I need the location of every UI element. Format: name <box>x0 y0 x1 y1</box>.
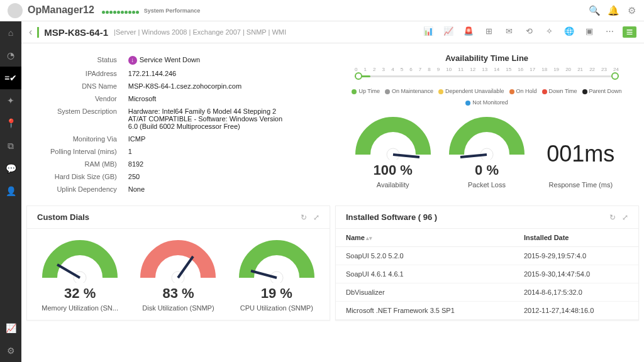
product-name: OpManager12 <box>28 4 94 15</box>
chart-line-icon[interactable]: 📈 <box>441 26 455 38</box>
value-vendor: Microsoft <box>128 92 292 105</box>
topbar: OpManager12 System Performance 🔍 🔔 ⚙ <box>0 0 644 21</box>
timeline-ticks: 0123456789101112131415161718192021222324 <box>355 67 619 72</box>
cell-name: Microsoft .NET Framework 3.5 SP1 <box>336 302 514 320</box>
value-monvia: ICMP <box>128 133 292 145</box>
nav-chat-icon[interactable]: 💬 <box>0 157 21 180</box>
legend-up: Up Time <box>352 88 380 94</box>
dial-item: 19 %CPU Utilization (SNMP) <box>230 239 324 312</box>
nav-network-icon[interactable]: ⧉ <box>0 134 21 157</box>
chart-bar-icon[interactable]: 📊 <box>421 26 435 38</box>
gauge-packetloss: 0 % Packet Loss <box>440 116 533 189</box>
nav-dashboard-icon[interactable]: ◔ <box>0 44 21 67</box>
label-monvia: Monitoring Via <box>50 133 128 145</box>
search-icon[interactable]: 🔍 <box>589 5 599 16</box>
product-title: OpManager12 System Performance <box>28 4 200 16</box>
nav-user-icon[interactable]: 👤 <box>0 180 21 202</box>
nav-alerts-icon[interactable]: ✦ <box>0 89 21 112</box>
dial-label: Memory Utilization (SN... <box>33 304 127 312</box>
timeline-track <box>355 75 619 77</box>
cell-name: SoapUI 5.2.0 5.2.0 <box>336 247 514 265</box>
nav-location-icon[interactable]: 📍 <box>0 112 21 134</box>
col-name[interactable]: Name▴▾ <box>336 229 514 247</box>
dial-label: CPU Utilization (SNMP) <box>230 304 324 312</box>
nav-gear-icon[interactable]: ⚙ <box>0 339 21 362</box>
label-status: Status <box>50 53 128 67</box>
gauge-response-value: 001ms <box>534 141 628 167</box>
nav-reports-icon[interactable]: 📈 <box>0 317 21 339</box>
product-sub: System Performance <box>144 8 201 14</box>
legend-dep: Dependent Unavailable <box>438 88 504 94</box>
timeline-knob-end[interactable] <box>611 72 619 80</box>
dials-row: 32 %Memory Utilization (SN...83 %Disk Ut… <box>27 229 330 318</box>
dial-arc <box>140 239 216 283</box>
installed-software-pane: Installed Software ( 96 ) ↻ ⤢ Name▴▾ Ins… <box>335 206 639 321</box>
cell-name: SoapUI 4.6.1 4.6.1 <box>336 265 514 283</box>
gauge-availability: 100 % Availability <box>346 116 440 189</box>
label-poll: Polling Interval (mins) <box>50 145 128 158</box>
cell-date: 2015-9-30,14:47:54.0 <box>514 265 638 283</box>
node-icon[interactable]: ⊞ <box>482 26 496 38</box>
globe-icon[interactable]: 🌐 <box>562 26 576 38</box>
avatar[interactable] <box>8 3 23 18</box>
cell-date: 2014-8-6,17:5:32.0 <box>514 283 638 302</box>
mail-icon[interactable]: ✉ <box>502 26 516 38</box>
nav-home-icon[interactable]: ⌂ <box>0 21 21 44</box>
health-dots-icon <box>102 5 140 16</box>
legend-maint: On Maintenance <box>385 88 433 94</box>
expand-icon[interactable]: ⤢ <box>313 213 319 222</box>
table-row[interactable]: SoapUI 5.2.0 5.2.02015-9-29,19:57:4.0 <box>336 247 638 265</box>
refresh-icon[interactable]: ↻ <box>609 213 616 222</box>
installed-software-actions: ↻ ⤢ <box>609 213 628 222</box>
gauges-row: 100 % Availability 0 % Packet Loss 001ms… <box>346 116 628 189</box>
back-button[interactable]: ‹ <box>29 26 32 38</box>
dial-label: Disk Utilization (SNMP) <box>131 304 225 312</box>
content-bottom: Custom Dials ↻ ⤢ 32 %Memory Utilization … <box>21 206 644 321</box>
sort-icon: ▴▾ <box>366 235 372 241</box>
link-icon[interactable]: ⟲ <box>522 26 536 38</box>
legend-parent: Parent Down <box>582 88 622 94</box>
value-ram: 8192 <box>128 158 292 170</box>
menu-button[interactable]: ≡ <box>623 26 636 38</box>
gauge-packetloss-label: Packet Loss <box>440 181 533 189</box>
legend-down: Down Time <box>542 88 577 94</box>
bell-icon[interactable]: 🔔 <box>608 5 618 16</box>
terminal-icon[interactable]: ▣ <box>582 26 596 38</box>
cell-date: 2012-11-27,14:48:16.0 <box>514 302 638 320</box>
installed-software-head: Installed Software ( 96 ) ↻ ⤢ <box>336 206 638 229</box>
col-date[interactable]: Installed Date <box>514 229 638 247</box>
dial-arc <box>42 239 118 283</box>
main: ‹ MSP-K8S-64-1 |Server | Windows 2008 | … <box>21 21 644 362</box>
refresh-icon[interactable]: ↻ <box>301 213 307 222</box>
status-down-icon: ↓ <box>128 56 137 65</box>
crumb-actions: 📊 📈 🚨 ⊞ ✉ ⟲ ✧ 🌐 ▣ ⋯ ≡ <box>421 26 636 38</box>
dial-item: 83 %Disk Utilization (SNMP) <box>131 239 225 312</box>
expand-icon[interactable]: ⤢ <box>622 213 628 222</box>
settings-equalizer-icon[interactable]: ⚙ <box>626 5 636 16</box>
path-icon[interactable]: ✧ <box>542 26 556 38</box>
table-row[interactable]: SoapUI 4.6.1 4.6.12015-9-30,14:47:54.0 <box>336 265 638 283</box>
gauge-packetloss-value: 0 % <box>440 162 533 178</box>
svg-line-5 <box>57 265 80 278</box>
timeline-title: Availability Time Line <box>346 53 628 63</box>
table-row[interactable]: Microsoft .NET Framework 3.5 SP12012-11-… <box>336 302 638 320</box>
value-uplink: None <box>128 183 292 195</box>
content-top: Status↓Service Went Down IPAddress172.21… <box>21 43 644 206</box>
custom-dials-head: Custom Dials ↻ ⤢ <box>27 206 330 229</box>
timeline-legend: Up Time On Maintenance Dependent Unavail… <box>346 88 628 106</box>
dial-value: 19 % <box>230 285 324 302</box>
label-vendor: Vendor <box>50 92 128 105</box>
gauge-packetloss-arc <box>449 116 525 160</box>
cell-date: 2015-9-29,19:57:4.0 <box>514 247 638 265</box>
timeline-slider[interactable]: 0123456789101112131415161718192021222324 <box>355 67 619 83</box>
table-row[interactable]: DbVisualizer2014-8-6,17:5:32.0 <box>336 283 638 302</box>
more-icon[interactable]: ⋯ <box>602 26 616 38</box>
siren-icon[interactable]: 🚨 <box>462 26 475 38</box>
nav-list-icon[interactable]: ≡✔ <box>0 67 21 89</box>
page-title: MSP-K8S-64-1 <box>37 27 108 38</box>
custom-dials-pane: Custom Dials ↻ ⤢ 32 %Memory Utilization … <box>26 206 330 321</box>
gauge-response: 001ms Response Time (ms) <box>534 141 628 189</box>
label-ram: RAM (MB) <box>50 158 128 170</box>
legend-notmon: Not Monitored <box>465 99 508 106</box>
timeline-knob-start[interactable] <box>355 72 362 80</box>
